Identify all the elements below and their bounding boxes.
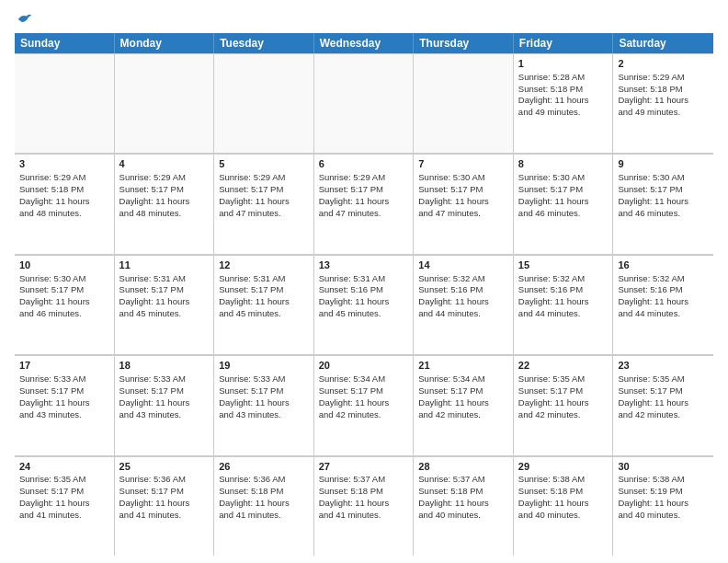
- calendar-header-cell: Wednesday: [314, 33, 415, 53]
- calendar-week-row: 3Sunrise: 5:29 AM Sunset: 5:18 PM Daylig…: [15, 154, 713, 254]
- day-info: Sunrise: 5:31 AM Sunset: 5:16 PM Dayligh…: [319, 273, 409, 320]
- day-number: 30: [618, 460, 709, 474]
- day-info: Sunrise: 5:31 AM Sunset: 5:17 PM Dayligh…: [119, 273, 210, 320]
- calendar-header-cell: Thursday: [414, 33, 514, 53]
- day-number: 6: [319, 157, 409, 171]
- logo-bird-icon: [17, 11, 33, 28]
- day-info: Sunrise: 5:36 AM Sunset: 5:18 PM Dayligh…: [219, 474, 309, 521]
- logo: [15, 11, 33, 28]
- day-number: 10: [19, 259, 109, 272]
- day-info: Sunrise: 5:30 AM Sunset: 5:17 PM Dayligh…: [618, 172, 709, 219]
- calendar-day-cell: 29Sunrise: 5:38 AM Sunset: 5:18 PM Dayli…: [514, 456, 614, 556]
- calendar-day-cell: 7Sunrise: 5:30 AM Sunset: 5:17 PM Daylig…: [414, 154, 514, 253]
- day-info: Sunrise: 5:29 AM Sunset: 5:18 PM Dayligh…: [19, 172, 109, 219]
- calendar-day-cell: 20Sunrise: 5:34 AM Sunset: 5:17 PM Dayli…: [314, 355, 415, 454]
- calendar-header-cell: Monday: [115, 33, 215, 53]
- day-info: Sunrise: 5:33 AM Sunset: 5:17 PM Dayligh…: [19, 373, 109, 420]
- day-number: 29: [518, 460, 609, 474]
- day-number: 9: [618, 157, 709, 171]
- day-info: Sunrise: 5:36 AM Sunset: 5:17 PM Dayligh…: [119, 474, 210, 521]
- calendar-day-cell: 12Sunrise: 5:31 AM Sunset: 5:17 PM Dayli…: [214, 255, 314, 354]
- calendar-day-cell: 24Sunrise: 5:35 AM Sunset: 5:17 PM Dayli…: [15, 456, 115, 556]
- day-number: 27: [319, 460, 409, 474]
- calendar-day-cell: 11Sunrise: 5:31 AM Sunset: 5:17 PM Dayli…: [115, 255, 215, 354]
- calendar-day-cell: 3Sunrise: 5:29 AM Sunset: 5:18 PM Daylig…: [15, 154, 115, 253]
- calendar-week-row: 24Sunrise: 5:35 AM Sunset: 5:17 PM Dayli…: [15, 456, 713, 556]
- calendar-day-cell: 9Sunrise: 5:30 AM Sunset: 5:17 PM Daylig…: [613, 154, 713, 253]
- calendar-day-cell: 6Sunrise: 5:29 AM Sunset: 5:17 PM Daylig…: [314, 154, 415, 253]
- day-number: 3: [19, 157, 109, 171]
- day-number: 23: [618, 359, 709, 373]
- day-number: 28: [418, 460, 508, 474]
- day-info: Sunrise: 5:35 AM Sunset: 5:17 PM Dayligh…: [518, 373, 609, 420]
- calendar-day-cell: 2Sunrise: 5:29 AM Sunset: 5:18 PM Daylig…: [613, 53, 713, 153]
- day-number: 14: [418, 259, 508, 272]
- calendar-day-cell: [115, 53, 215, 153]
- day-info: Sunrise: 5:33 AM Sunset: 5:17 PM Dayligh…: [219, 373, 309, 420]
- day-number: 11: [119, 259, 210, 272]
- day-info: Sunrise: 5:34 AM Sunset: 5:17 PM Dayligh…: [418, 373, 508, 420]
- day-info: Sunrise: 5:32 AM Sunset: 5:16 PM Dayligh…: [518, 273, 609, 320]
- day-info: Sunrise: 5:29 AM Sunset: 5:17 PM Dayligh…: [219, 172, 309, 219]
- day-info: Sunrise: 5:29 AM Sunset: 5:17 PM Dayligh…: [319, 172, 409, 219]
- calendar-day-cell: [15, 53, 115, 153]
- calendar-week-row: 17Sunrise: 5:33 AM Sunset: 5:17 PM Dayli…: [15, 355, 713, 455]
- calendar-day-cell: 30Sunrise: 5:38 AM Sunset: 5:19 PM Dayli…: [613, 456, 713, 556]
- day-number: 12: [219, 259, 309, 272]
- calendar-header-cell: Friday: [514, 33, 614, 53]
- day-number: 4: [119, 157, 210, 171]
- calendar-day-cell: 26Sunrise: 5:36 AM Sunset: 5:18 PM Dayli…: [214, 456, 314, 556]
- day-info: Sunrise: 5:29 AM Sunset: 5:18 PM Dayligh…: [618, 72, 709, 119]
- calendar-header: SundayMondayTuesdayWednesdayThursdayFrid…: [15, 33, 713, 53]
- day-info: Sunrise: 5:30 AM Sunset: 5:17 PM Dayligh…: [19, 273, 109, 320]
- calendar-day-cell: 22Sunrise: 5:35 AM Sunset: 5:17 PM Dayli…: [514, 355, 614, 454]
- day-number: 17: [19, 359, 109, 373]
- day-number: 19: [219, 359, 309, 373]
- day-number: 7: [418, 157, 508, 171]
- day-info: Sunrise: 5:33 AM Sunset: 5:17 PM Dayligh…: [119, 373, 210, 420]
- day-info: Sunrise: 5:31 AM Sunset: 5:17 PM Dayligh…: [219, 273, 309, 320]
- calendar-body: 1Sunrise: 5:28 AM Sunset: 5:18 PM Daylig…: [15, 53, 713, 556]
- calendar-header-cell: Saturday: [613, 33, 713, 53]
- calendar-day-cell: [414, 53, 514, 153]
- day-number: 2: [618, 57, 709, 71]
- calendar-day-cell: 23Sunrise: 5:35 AM Sunset: 5:17 PM Dayli…: [613, 355, 713, 454]
- calendar-day-cell: 4Sunrise: 5:29 AM Sunset: 5:17 PM Daylig…: [115, 154, 215, 253]
- calendar-day-cell: 15Sunrise: 5:32 AM Sunset: 5:16 PM Dayli…: [514, 255, 614, 354]
- day-number: 22: [518, 359, 609, 373]
- day-info: Sunrise: 5:30 AM Sunset: 5:17 PM Dayligh…: [418, 172, 508, 219]
- calendar-day-cell: [214, 53, 314, 153]
- calendar-header-cell: Tuesday: [214, 33, 314, 53]
- day-number: 15: [518, 259, 609, 272]
- calendar-day-cell: [314, 53, 415, 153]
- day-info: Sunrise: 5:37 AM Sunset: 5:18 PM Dayligh…: [418, 474, 508, 521]
- day-info: Sunrise: 5:35 AM Sunset: 5:17 PM Dayligh…: [618, 373, 709, 420]
- day-info: Sunrise: 5:38 AM Sunset: 5:18 PM Dayligh…: [518, 474, 609, 521]
- day-number: 18: [119, 359, 210, 373]
- day-number: 8: [518, 157, 609, 171]
- day-number: 24: [19, 460, 109, 474]
- calendar-header-cell: Sunday: [15, 33, 115, 53]
- calendar-day-cell: 27Sunrise: 5:37 AM Sunset: 5:18 PM Dayli…: [314, 456, 415, 556]
- calendar: SundayMondayTuesdayWednesdayThursdayFrid…: [15, 33, 713, 556]
- calendar-day-cell: 5Sunrise: 5:29 AM Sunset: 5:17 PM Daylig…: [214, 154, 314, 253]
- calendar-week-row: 1Sunrise: 5:28 AM Sunset: 5:18 PM Daylig…: [15, 53, 713, 154]
- calendar-day-cell: 1Sunrise: 5:28 AM Sunset: 5:18 PM Daylig…: [514, 53, 614, 153]
- calendar-day-cell: 21Sunrise: 5:34 AM Sunset: 5:17 PM Dayli…: [414, 355, 514, 454]
- day-info: Sunrise: 5:34 AM Sunset: 5:17 PM Dayligh…: [319, 373, 409, 420]
- day-number: 21: [418, 359, 508, 373]
- calendar-day-cell: 13Sunrise: 5:31 AM Sunset: 5:16 PM Dayli…: [314, 255, 415, 354]
- day-number: 5: [219, 157, 309, 171]
- calendar-day-cell: 17Sunrise: 5:33 AM Sunset: 5:17 PM Dayli…: [15, 355, 115, 454]
- calendar-day-cell: 8Sunrise: 5:30 AM Sunset: 5:17 PM Daylig…: [514, 154, 614, 253]
- calendar-day-cell: 19Sunrise: 5:33 AM Sunset: 5:17 PM Dayli…: [214, 355, 314, 454]
- day-number: 1: [518, 57, 609, 71]
- day-info: Sunrise: 5:29 AM Sunset: 5:17 PM Dayligh…: [119, 172, 210, 219]
- day-info: Sunrise: 5:35 AM Sunset: 5:17 PM Dayligh…: [19, 474, 109, 521]
- calendar-week-row: 10Sunrise: 5:30 AM Sunset: 5:17 PM Dayli…: [15, 255, 713, 355]
- day-number: 13: [319, 259, 409, 272]
- calendar-day-cell: 14Sunrise: 5:32 AM Sunset: 5:16 PM Dayli…: [414, 255, 514, 354]
- header: [15, 11, 713, 28]
- calendar-day-cell: 28Sunrise: 5:37 AM Sunset: 5:18 PM Dayli…: [414, 456, 514, 556]
- day-info: Sunrise: 5:32 AM Sunset: 5:16 PM Dayligh…: [418, 273, 508, 320]
